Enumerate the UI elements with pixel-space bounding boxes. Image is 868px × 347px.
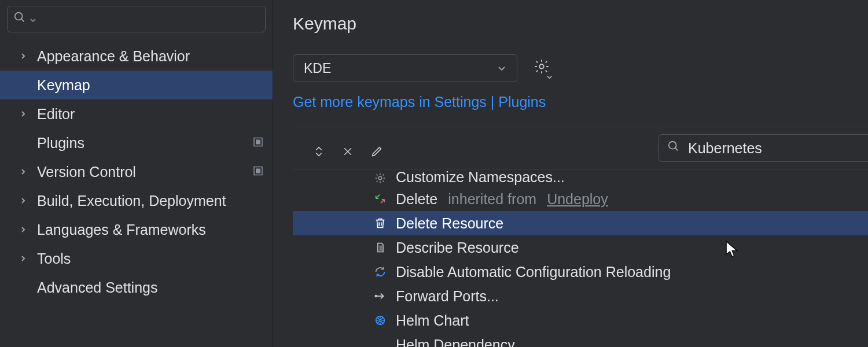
action-label: Helm Chart <box>396 312 469 329</box>
settings-tree: Appearance & Behavior Keymap Editor Plug… <box>0 42 273 302</box>
svg-point-6 <box>539 64 543 68</box>
undeploy-icon <box>373 191 388 206</box>
sidebar-item-tools[interactable]: Tools <box>0 244 273 273</box>
gear-icon <box>373 171 388 186</box>
edit-button[interactable] <box>362 139 391 164</box>
svg-point-7 <box>669 142 676 149</box>
action-row[interactable]: Delete inherited from Undeploy <box>293 187 868 211</box>
chevron-down-icon <box>497 61 506 76</box>
sidebar-item-plugins[interactable]: Plugins <box>0 128 273 157</box>
forward-icon <box>373 289 388 304</box>
reload-icon <box>373 264 388 279</box>
svg-point-0 <box>15 13 23 20</box>
sidebar-item-label: Plugins <box>37 135 84 152</box>
action-label: Delete <box>396 191 437 208</box>
collapse-all-button[interactable] <box>333 139 362 164</box>
sidebar-item-editor[interactable]: Editor <box>0 99 273 128</box>
keymap-panel: Keymap KDE Get more keymaps in Settings … <box>273 0 868 347</box>
svg-point-9 <box>378 176 382 180</box>
action-label: Disable Automatic Configuration Reloadin… <box>396 264 671 280</box>
expand-collapse-button[interactable] <box>304 139 333 164</box>
svg-point-12 <box>379 319 381 322</box>
keymap-scheme-dropdown[interactable]: KDE <box>293 54 517 82</box>
gear-icon[interactable] <box>534 58 550 78</box>
action-label: Customize Namespaces... <box>396 169 565 186</box>
trash-icon <box>373 216 388 231</box>
divider <box>293 127 868 127</box>
svg-rect-5 <box>256 169 260 174</box>
action-list: Customize Namespaces... Delete inherited… <box>293 169 868 347</box>
sidebar-item-label: Version Control <box>37 164 136 180</box>
sidebar-item-label: Advanced Settings <box>37 279 157 296</box>
sidebar-item-label: Appearance & Behavior <box>37 48 190 65</box>
svg-line-1 <box>21 19 24 22</box>
chevron-right-icon <box>17 197 29 204</box>
helm-icon <box>373 313 388 328</box>
chevron-right-icon <box>17 110 29 117</box>
sidebar-item-label: Build, Execution, Deployment <box>37 193 226 209</box>
sidebar-item-appearance[interactable]: Appearance & Behavior <box>0 42 273 71</box>
sidebar-item-build[interactable]: Build, Execution, Deployment <box>0 186 273 215</box>
sidebar-item-label: Tools <box>37 250 71 267</box>
document-icon <box>373 240 388 255</box>
action-row[interactable]: Helm Chart <box>293 308 868 333</box>
sidebar-item-advanced[interactable]: Advanced Settings <box>0 273 273 302</box>
action-filter-input[interactable] <box>688 140 868 157</box>
sidebar-item-languages[interactable]: Languages & Frameworks <box>0 215 273 244</box>
sidebar-search[interactable] <box>7 6 266 32</box>
sidebar-item-label: Languages & Frameworks <box>37 222 206 238</box>
svg-rect-3 <box>256 140 260 145</box>
dropdown-caret-icon <box>30 12 36 27</box>
action-row[interactable]: Helm Dependency <box>293 333 868 347</box>
action-inherited-link[interactable]: Undeploy <box>547 191 608 208</box>
sidebar-item-version-control[interactable]: Version Control <box>0 157 273 186</box>
chevron-right-icon <box>17 168 29 175</box>
action-row[interactable]: Forward Ports... <box>293 284 868 308</box>
sidebar-item-label: Editor <box>37 106 75 123</box>
sidebar-item-keymap[interactable]: Keymap <box>0 71 273 99</box>
dropdown-value: KDE <box>304 61 331 76</box>
chevron-right-icon <box>17 53 29 60</box>
svg-point-10 <box>375 296 377 297</box>
chevron-right-icon <box>17 255 29 262</box>
action-label: Helm Dependency <box>396 337 515 348</box>
action-label: Describe Resource <box>396 239 519 256</box>
open-in-icon <box>253 135 263 151</box>
sidebar-item-label: Keymap <box>37 77 90 94</box>
action-row[interactable]: Delete Resource <box>293 211 868 235</box>
settings-sidebar: Appearance & Behavior Keymap Editor Plug… <box>0 0 273 347</box>
action-row[interactable]: Describe Resource <box>293 235 868 260</box>
svg-line-8 <box>675 148 678 151</box>
action-filter[interactable] <box>659 134 868 162</box>
action-label: Forward Ports... <box>396 288 499 305</box>
action-label: Delete Resource <box>396 215 503 232</box>
chevron-right-icon <box>17 226 29 233</box>
search-icon <box>667 140 680 156</box>
action-row[interactable]: Disable Automatic Configuration Reloadin… <box>293 260 868 284</box>
get-more-keymaps-link[interactable]: Get more keymaps in Settings | Plugins <box>293 94 868 110</box>
page-title: Keymap <box>293 14 868 34</box>
action-row[interactable]: Customize Namespaces... <box>293 169 868 187</box>
sidebar-search-input[interactable] <box>40 12 259 27</box>
action-secondary-prefix: inherited from <box>448 191 536 208</box>
open-in-icon <box>253 164 263 180</box>
search-icon <box>13 11 26 27</box>
